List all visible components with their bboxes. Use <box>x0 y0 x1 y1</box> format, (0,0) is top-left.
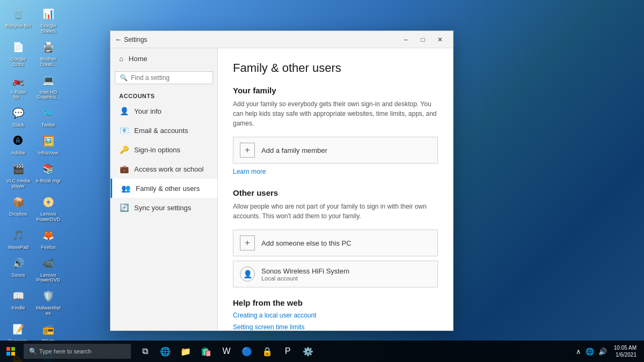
settings-taskbar-icon[interactable]: ⚙️ <box>298 341 318 362</box>
desktop-icon-sonos[interactable]: 🔊Sonos <box>5 255 31 284</box>
add-someone-icon: + <box>240 235 255 250</box>
desktop-icon-malwarebytes[interactable]: 🛡️Malwarebytes <box>35 287 61 316</box>
ppt-taskbar-icon[interactable]: P <box>278 341 297 362</box>
sidebar-home-label: Home <box>129 55 148 63</box>
desktop-icon-dropbox[interactable]: 📦Dropbox <box>5 194 31 223</box>
sidebar-item-family[interactable]: 👥Family & other users <box>111 179 217 198</box>
edge-taskbar-icon[interactable]: 🌐 <box>156 341 175 362</box>
tray-expand[interactable]: ∧ <box>574 346 583 357</box>
learn-more-link[interactable]: Learn more <box>233 168 438 175</box>
tray-sound[interactable]: 🔊 <box>597 346 609 357</box>
user-type: Local account <box>261 275 349 282</box>
icon-image: 📝 <box>10 321 27 338</box>
clock-time: 10:05 AM <box>614 344 636 351</box>
user-account-item[interactable]: 👤Sonos Wireless HiFi SystemLocal account <box>233 261 438 287</box>
taskbar-search[interactable]: 🔍 <box>24 344 131 359</box>
main-content: Family & other users Your family Add you… <box>218 48 453 330</box>
user-avatar: 👤 <box>240 267 255 282</box>
desktop-icon-adobe[interactable]: 🅐Adobe <box>5 132 31 156</box>
taskbar-search-input[interactable] <box>39 348 126 354</box>
sidebar-home[interactable]: ⌂ Home <box>111 48 217 69</box>
desktop-icon-a-rider-for[interactable]: 🏍️A Rider for... <box>5 72 31 101</box>
icon-image: 🖼️ <box>40 132 57 150</box>
user-info: Sonos Wireless HiFi SystemLocal account <box>261 267 349 282</box>
desktop-icon-intel-hd-graphics[interactable]: 💻Intel HD Graphics... <box>35 72 61 101</box>
desktop-icon-google-sheets[interactable]: 📊Google Sheets <box>35 5 61 34</box>
other-users-desc: Allow people who are not part of your fa… <box>233 202 438 221</box>
tray-time[interactable]: 10:05 AM 1/6/2021 <box>611 343 640 359</box>
word-taskbar-icon[interactable]: W <box>217 341 236 362</box>
desktop-icon-lenovo-powerdvd[interactable]: 📀Lenovo PowerDVD <box>35 194 61 223</box>
close-button[interactable]: ✕ <box>431 31 449 48</box>
icon-image: 💬 <box>10 105 27 122</box>
svg-rect-3 <box>11 352 15 356</box>
maximize-button[interactable]: □ <box>414 31 431 48</box>
icon-image: 📄 <box>10 39 27 56</box>
sidebar-item-work[interactable]: 💼Access work or school <box>111 159 217 179</box>
icon-image: 🗑️ <box>10 5 27 23</box>
sidebar-item-label: Family & other users <box>136 184 200 193</box>
window-body: ⌂ Home 🔍 Accounts 👤Your info📧Email & acc… <box>111 48 453 330</box>
sidebar-item-your-info[interactable]: 👤Your info <box>111 101 217 121</box>
icon-label: Lenovo PowerDVD <box>35 212 61 223</box>
sidebar-item-label: Sign-in options <box>134 146 180 154</box>
email-accounts-icon: 📧 <box>119 126 129 135</box>
desktop-icon-kindle[interactable]: 📖Kindle <box>5 287 31 316</box>
sidebar-search-input[interactable] <box>131 74 208 82</box>
sidebar-item-sign-in[interactable]: 🔑Sign-in options <box>111 140 217 159</box>
sidebar-item-label: Your info <box>134 107 162 115</box>
icon-label: Brother Creati... <box>35 57 61 68</box>
start-button[interactable] <box>0 341 21 362</box>
help-section: Help from the web Creating a local user … <box>233 298 438 330</box>
icon-label: Firefox <box>41 245 56 250</box>
icon-label: Intel HD Graphics... <box>35 90 61 101</box>
sidebar-item-label: Sync your settings <box>134 204 191 212</box>
desktop-icon-google-docs[interactable]: 📄Google Docs <box>5 39 31 68</box>
icon-image: 📻 <box>40 321 57 338</box>
add-someone-button[interactable]: + Add someone else to this PC <box>233 230 438 256</box>
icon-label: Sonos <box>11 273 25 278</box>
desktop-icon-e-book-mgr[interactable]: 📚e-Book mgr <box>35 160 61 189</box>
help-link-setting-screen-time-limits[interactable]: Setting screen time limits <box>233 323 438 330</box>
icon-label: Lenovo PowerDVD <box>35 273 61 284</box>
user-name: Sonos Wireless HiFi System <box>261 267 349 275</box>
desktop-icon-infraview[interactable]: 🖼️InfraView <box>35 132 61 156</box>
desktop-icon-lenovo-powerdvd[interactable]: 📹Lenovo PowerDVD <box>35 255 61 284</box>
home-icon: ⌂ <box>119 55 123 63</box>
desktop-icon-twitter[interactable]: 🐦Twitter <box>35 105 61 128</box>
icon-image: 🐦 <box>40 105 57 122</box>
family-icon: 👥 <box>121 184 130 193</box>
desktop-icon-firefox[interactable]: 🦊Firefox <box>35 227 61 250</box>
desktop-icon-brother-creati[interactable]: 🖨️Brother Creati... <box>35 39 61 68</box>
store-taskbar-icon[interactable]: 🛍️ <box>196 341 216 362</box>
desktop-icon-recycle-bin[interactable]: 🗑️Recycle Bin <box>5 5 31 34</box>
sync-icon: 🔄 <box>119 203 129 212</box>
tray-network[interactable]: 🌐 <box>584 346 596 357</box>
sidebar-item-sync[interactable]: 🔄Sync your settings <box>111 198 217 217</box>
help-link-creating-a-local-user-account[interactable]: Creating a local user account <box>233 312 438 319</box>
desktop: 🗑️Recycle Bin📊Google Sheets📄Google Docs🖨… <box>0 0 644 362</box>
add-family-button[interactable]: + Add a family member <box>233 137 438 164</box>
icon-image: 🛡️ <box>40 287 57 305</box>
icon-label: A Rider for... <box>5 90 31 101</box>
desktop-icon-vlc-media-player[interactable]: 🎬VLC media player <box>5 160 31 189</box>
task-view-button[interactable]: ⧉ <box>135 341 155 362</box>
sidebar-item-label: Email & accounts <box>134 127 188 135</box>
icon-label: Recycle Bin <box>5 24 31 29</box>
desktop-icon-slack[interactable]: 💬Slack <box>5 105 31 128</box>
your-info-icon: 👤 <box>119 107 129 115</box>
taskbar-icons: ⧉ 🌐 📁 🛍️ W 🔵 🔒 P ⚙️ <box>135 341 318 362</box>
desktop-icon-wavepad[interactable]: 🎵WavePad <box>5 227 31 250</box>
settings-window: ← Settings – □ ✕ ⌂ Home 🔍 Accounts <box>110 31 453 331</box>
search-icon: 🔍 <box>120 74 128 82</box>
back-button[interactable]: ← <box>115 35 122 43</box>
explorer-taskbar-icon[interactable]: 📁 <box>176 341 195 362</box>
sidebar-items: 👤Your info📧Email & accounts🔑Sign-in opti… <box>111 101 217 217</box>
chrome-taskbar-icon[interactable]: 🔵 <box>237 341 257 362</box>
your-family-title: Your family <box>233 86 438 95</box>
lock-taskbar-icon[interactable]: 🔒 <box>258 341 277 362</box>
icon-label: Google Sheets <box>35 24 61 34</box>
minimize-button[interactable]: – <box>397 31 414 48</box>
sidebar-item-email-accounts[interactable]: 📧Email & accounts <box>111 121 217 140</box>
user-accounts: 👤Sonos Wireless HiFi SystemLocal account <box>233 261 438 287</box>
